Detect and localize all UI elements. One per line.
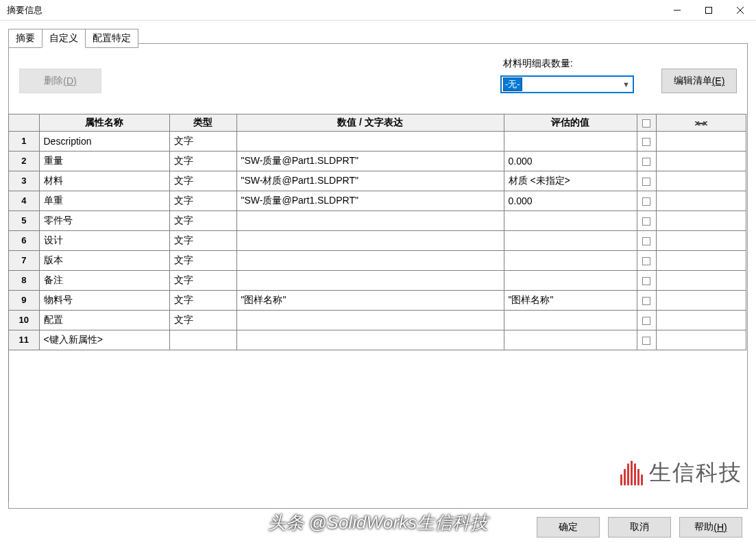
cell-checkbox[interactable] bbox=[637, 171, 656, 191]
help-button[interactable]: 帮助(H) bbox=[679, 517, 742, 538]
cell-rownum[interactable]: 10 bbox=[9, 310, 39, 330]
cell-link[interactable] bbox=[656, 230, 746, 250]
bom-quantity-select[interactable]: -无- ▼ bbox=[500, 75, 634, 93]
cell-propname[interactable]: 物料号 bbox=[39, 290, 169, 310]
cell-checkbox[interactable] bbox=[637, 250, 656, 270]
cell-propname[interactable]: 版本 bbox=[39, 250, 169, 270]
cell-eval[interactable] bbox=[504, 230, 637, 250]
cell-propname[interactable]: 设计 bbox=[39, 230, 169, 250]
minimize-button[interactable] bbox=[661, 0, 693, 20]
cell-type[interactable]: 文字 bbox=[169, 270, 236, 290]
cell-link[interactable] bbox=[656, 330, 746, 350]
cell-rownum[interactable]: 2 bbox=[9, 151, 39, 171]
checkbox-icon bbox=[642, 257, 650, 265]
cell-expr[interactable] bbox=[236, 210, 504, 230]
close-button[interactable] bbox=[724, 0, 756, 20]
cell-type[interactable] bbox=[169, 330, 236, 350]
cell-link[interactable] bbox=[656, 151, 746, 171]
cell-rownum[interactable]: 3 bbox=[9, 171, 39, 191]
cell-type[interactable]: 文字 bbox=[169, 210, 236, 230]
cancel-button[interactable]: 取消 bbox=[608, 517, 671, 538]
cell-checkbox[interactable] bbox=[637, 210, 656, 230]
cell-checkbox[interactable] bbox=[637, 191, 656, 210]
header-expr[interactable]: 数值 / 文字表达 bbox=[236, 114, 504, 131]
cell-link[interactable] bbox=[656, 171, 746, 191]
cell-expr[interactable] bbox=[236, 230, 504, 250]
cell-rownum[interactable]: 1 bbox=[9, 131, 39, 151]
cell-propname[interactable]: 备注 bbox=[39, 270, 169, 290]
cell-expr[interactable]: "SW-材质@Part1.SLDPRT" bbox=[236, 171, 504, 191]
cell-type[interactable]: 文字 bbox=[169, 131, 236, 151]
ok-button[interactable]: 确定 bbox=[537, 517, 600, 538]
cell-propname[interactable]: 配置 bbox=[39, 310, 169, 330]
edit-list-key: (E) bbox=[712, 75, 725, 86]
titlebar: 摘要信息 bbox=[0, 0, 756, 21]
cell-rownum[interactable]: 6 bbox=[9, 230, 39, 250]
cell-expr[interactable]: "图样名称" bbox=[236, 290, 504, 310]
cell-link[interactable] bbox=[656, 191, 746, 210]
header-link[interactable] bbox=[656, 114, 746, 131]
delete-button[interactable]: 删除(D) bbox=[19, 69, 101, 93]
cell-propname[interactable]: Description bbox=[39, 131, 169, 151]
cell-type[interactable]: 文字 bbox=[169, 310, 236, 330]
cell-checkbox[interactable] bbox=[637, 230, 656, 250]
cell-propname[interactable]: 材料 bbox=[39, 171, 169, 191]
cell-rownum[interactable]: 7 bbox=[9, 250, 39, 270]
cell-type[interactable]: 文字 bbox=[169, 171, 236, 191]
cell-expr[interactable]: "SW-质量@Part1.SLDPRT" bbox=[236, 191, 504, 210]
cell-checkbox[interactable] bbox=[637, 290, 656, 310]
tab-summary[interactable]: 摘要 bbox=[8, 29, 42, 48]
cell-type[interactable]: 文字 bbox=[169, 191, 236, 210]
cell-eval[interactable]: 0.000 bbox=[504, 191, 637, 210]
cell-eval[interactable] bbox=[504, 330, 637, 350]
cell-eval[interactable] bbox=[504, 270, 637, 290]
cell-expr[interactable]: "SW-质量@Part1.SLDPRT" bbox=[236, 151, 504, 171]
dialog-buttons: 确定 取消 帮助(H) bbox=[537, 517, 742, 538]
cell-propname[interactable]: 单重 bbox=[39, 191, 169, 210]
cell-rownum[interactable]: 11 bbox=[9, 330, 39, 350]
cell-propname[interactable]: <键入新属性> bbox=[39, 330, 169, 350]
cell-checkbox[interactable] bbox=[637, 270, 656, 290]
cell-type[interactable]: 文字 bbox=[169, 230, 236, 250]
cell-type[interactable]: 文字 bbox=[169, 250, 236, 270]
cell-propname[interactable]: 零件号 bbox=[39, 210, 169, 230]
cell-checkbox[interactable] bbox=[637, 310, 656, 330]
header-checkbox[interactable] bbox=[637, 114, 656, 131]
cell-eval[interactable]: 材质 <未指定> bbox=[504, 171, 637, 191]
maximize-button[interactable] bbox=[693, 0, 724, 20]
cell-checkbox[interactable] bbox=[637, 330, 656, 350]
edit-list-button[interactable]: 编辑清单(E) bbox=[661, 69, 737, 93]
cell-type[interactable]: 文字 bbox=[169, 151, 236, 171]
cell-eval[interactable] bbox=[504, 131, 637, 151]
cell-eval[interactable]: 0.000 bbox=[504, 151, 637, 171]
cell-expr[interactable] bbox=[236, 250, 504, 270]
cell-expr[interactable] bbox=[236, 131, 504, 151]
cell-propname[interactable]: 重量 bbox=[39, 151, 169, 171]
cell-rownum[interactable]: 8 bbox=[9, 270, 39, 290]
cell-rownum[interactable]: 4 bbox=[9, 191, 39, 210]
header-type[interactable]: 类型 bbox=[169, 114, 236, 131]
cell-checkbox[interactable] bbox=[637, 131, 656, 151]
cell-rownum[interactable]: 9 bbox=[9, 290, 39, 310]
cell-checkbox[interactable] bbox=[637, 151, 656, 171]
header-rownum[interactable] bbox=[9, 114, 39, 131]
cell-link[interactable] bbox=[656, 270, 746, 290]
cell-link[interactable] bbox=[656, 250, 746, 270]
header-propname[interactable]: 属性名称 bbox=[39, 114, 169, 131]
header-eval[interactable]: 评估的值 bbox=[504, 114, 637, 131]
cell-link[interactable] bbox=[656, 310, 746, 330]
cell-expr[interactable] bbox=[236, 330, 504, 350]
tab-config[interactable]: 配置特定 bbox=[85, 29, 138, 48]
tab-custom[interactable]: 自定义 bbox=[42, 29, 86, 48]
cell-link[interactable] bbox=[656, 290, 746, 310]
cell-eval[interactable]: "图样名称" bbox=[504, 290, 637, 310]
cell-eval[interactable] bbox=[504, 210, 637, 230]
cell-type[interactable]: 文字 bbox=[169, 290, 236, 310]
cell-expr[interactable] bbox=[236, 310, 504, 330]
cell-eval[interactable] bbox=[504, 250, 637, 270]
cell-link[interactable] bbox=[656, 131, 746, 151]
cell-link[interactable] bbox=[656, 210, 746, 230]
cell-eval[interactable] bbox=[504, 310, 637, 330]
cell-expr[interactable] bbox=[236, 270, 504, 290]
cell-rownum[interactable]: 5 bbox=[9, 210, 39, 230]
